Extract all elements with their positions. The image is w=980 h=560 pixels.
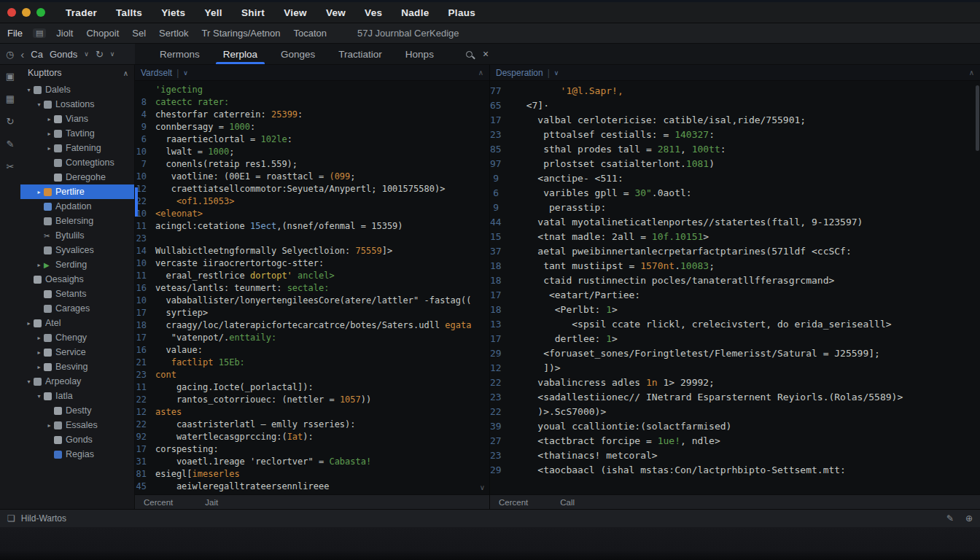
tab-honps[interactable]: Honps — [394, 44, 446, 64]
code-line[interactable]: 11 eraal_restlrice dortopt' anclel> — [135, 270, 489, 282]
toolbar-item-tocaton[interactable]: Tocaton — [293, 28, 327, 39]
tree-item-deregohe[interactable]: Deregohe — [20, 170, 134, 184]
tree-collapse-arrow-icon[interactable]: ▸ — [45, 131, 53, 137]
menu-item-vew[interactable]: Vew — [326, 7, 346, 18]
sync-icon[interactable]: ↻ — [7, 116, 15, 127]
menu-item-tallts[interactable]: Tallts — [116, 7, 142, 18]
toolbar-item-sertlok[interactable]: Sertlok — [159, 28, 188, 39]
code-line[interactable]: 23 — [135, 233, 489, 245]
tree-item-vians[interactable]: ▸Vians — [20, 112, 134, 126]
tree-collapse-arrow-icon[interactable]: ▸ — [45, 422, 53, 429]
menu-item-plaus[interactable]: Plaus — [448, 7, 476, 18]
scissors-icon[interactable]: ✂ — [7, 161, 15, 172]
tree-collapse-arrow-icon[interactable]: ▸ — [25, 320, 33, 327]
code-editor-left[interactable]: ∨ 'igecting8catectc rater:4chestorfar ca… — [135, 81, 489, 494]
tree-expand-arrow-icon[interactable]: ▾ — [25, 378, 33, 385]
tree-item-atel[interactable]: ▸Atel — [20, 316, 134, 330]
edit-pencil-icon[interactable]: ✎ — [946, 513, 954, 524]
code-line[interactable]: 17 syrtiep> — [135, 307, 489, 319]
menu-item-nadle[interactable]: Nadle — [401, 7, 429, 18]
tree-item-fatening[interactable]: ▸Fatening — [20, 141, 134, 155]
code-line[interactable]: 10 vaotline: (00E1 = roasttacl = (099; — [135, 171, 489, 183]
menu-item-view[interactable]: View — [284, 7, 307, 18]
tree-item-pertlire[interactable]: ▸Pertlire — [20, 184, 134, 199]
search-icon[interactable] — [466, 51, 472, 58]
scroll-down-icon[interactable]: ∨ — [480, 483, 485, 491]
close-window-button[interactable] — [7, 8, 16, 17]
code-line[interactable]: 92 watertlecasgprccing:(Iat): — [135, 431, 489, 443]
chevron-down-icon[interactable]: ∨ — [110, 50, 115, 58]
history-icon[interactable]: ◷ — [6, 49, 14, 60]
tree-item-syvalices[interactable]: Syvalices — [20, 243, 134, 257]
tree-item-chengy[interactable]: ▸Chengy — [20, 330, 134, 345]
code-line[interactable]: 23 pttoalsef cestialls: = 140327: — [490, 128, 980, 142]
tree-item-arpeolay[interactable]: ▾Arpeolay — [20, 374, 134, 389]
code-line[interactable]: 23 <sadallestiionec// INetrard Esparster… — [490, 390, 980, 405]
code-line[interactable]: 12 ])> — [490, 361, 980, 376]
tree-expand-arrow-icon[interactable]: ▾ — [25, 87, 33, 93]
tree-collapse-arrow-icon[interactable]: ▸ — [35, 262, 43, 268]
tree-collapse-arrow-icon[interactable]: ▸ — [35, 364, 43, 370]
code-line[interactable]: 97 prlostset csatialterlont.1081) — [490, 157, 980, 171]
code-line[interactable]: 29 <foruaset_sones/Foringtletest/Flemeri… — [490, 346, 980, 361]
code-line[interactable]: 10<eleonat> — [135, 208, 489, 220]
code-line[interactable]: 11acingcl:cetatione 15ect,(nsnef/ofenmal… — [135, 220, 489, 233]
code-line[interactable]: 16 valaue: — [135, 344, 489, 357]
chevron-down-icon[interactable]: ∨ — [554, 69, 559, 77]
tree-item-losations[interactable]: ▾Losations — [20, 97, 134, 112]
tree-item-serding[interactable]: ▸▶Serding — [20, 257, 134, 272]
code-line[interactable]: 15 <tnat madle: 2all = 10f.10151> — [490, 230, 980, 244]
code-line[interactable]: 27 <tactbract forcipe = 1ue!, ndle> — [490, 434, 980, 448]
code-line[interactable]: 17 <eatart/Partiee: — [490, 288, 980, 303]
code-line[interactable]: 14Wullabictleetngformally Selyectloion: … — [135, 245, 489, 257]
tree-item-destty[interactable]: Destty — [20, 403, 134, 418]
pane-collapse-icon[interactable]: ∧ — [969, 69, 974, 77]
code-line[interactable]: 9connbersagy = 1000: — [135, 121, 489, 133]
list-icon[interactable]: ▤ — [33, 28, 46, 38]
code-line[interactable]: 6 raaertieclortal = 102le: — [135, 133, 489, 146]
code-line[interactable]: 11 gacing.Iocte(_porlactal]): — [135, 381, 489, 394]
code-line[interactable]: 22 )>.ScS7000)> — [490, 405, 980, 419]
code-line[interactable]: 29 <taocbaacl (ishal mstas:Con/lactprhbi… — [490, 463, 980, 478]
code-line[interactable]: 31 voaetl.1reage 'reclortver" = Cabasta! — [135, 456, 489, 468]
scrollbar-thumb[interactable] — [976, 85, 979, 151]
code-line[interactable]: 22 caastristerlatl – emlly rsseries): — [135, 419, 489, 431]
code-line[interactable]: 4chestorfar caterrein: 25399: — [135, 109, 489, 121]
code-line[interactable]: 65 <7]· — [490, 98, 980, 113]
breadcrumb-gonds[interactable]: Gonds — [50, 49, 77, 60]
pane-collapse-icon[interactable]: ∧ — [478, 69, 483, 77]
code-line[interactable]: 44 vatal myotalineticatlenportes//stater… — [490, 215, 980, 230]
code-line[interactable]: 10 lwalt = 1000; — [135, 146, 489, 158]
code-line[interactable]: 23cont — [135, 369, 489, 381]
panel-icon[interactable]: ▣ — [6, 71, 15, 82]
menu-item-ves[interactable]: Ves — [365, 7, 382, 18]
code-line[interactable]: 18 ctaid rustinnectin pocles/tanateratll… — [490, 273, 980, 288]
code-line[interactable]: 17 dertlee: 1> — [490, 332, 980, 346]
code-line[interactable]: 13 <spsil ccate rlickl, crelecivstert, d… — [490, 317, 980, 332]
tree-item-gonds[interactable]: Gonds — [20, 432, 134, 447]
tree-item-contegtions[interactable]: Contegtions — [20, 155, 134, 170]
code-line[interactable]: 8catectc rater: — [135, 96, 489, 109]
menu-item-yell[interactable]: Yell — [204, 7, 222, 18]
code-line[interactable]: 7 conenls(retaip res1.559); — [135, 158, 489, 171]
tree-item-service[interactable]: ▸Service — [20, 345, 134, 359]
code-line[interactable]: 81esiegl[imeserles — [135, 468, 489, 481]
edit-pencil-icon[interactable]: ✎ — [7, 139, 15, 149]
code-line[interactable]: 18 <Perlbt: 1> — [490, 303, 980, 317]
tree-item-tavting[interactable]: ▸Tavting — [20, 126, 134, 141]
code-line[interactable]: 10 vababallister/lonyertengileesCore(ate… — [135, 295, 489, 307]
chevron-down-icon[interactable]: ∨ — [183, 69, 188, 77]
tree-item-dalels[interactable]: ▾Dalels — [20, 82, 134, 97]
tree-item-belersing[interactable]: Belersing — [20, 214, 134, 228]
code-line[interactable]: 16veteas/lantls: teunmert: sectale: — [135, 282, 489, 295]
toolbar-item-tr-starings-aetnon[interactable]: Tr Starings/Aetnon — [202, 28, 281, 39]
tab-gonges[interactable]: Gonges — [269, 44, 327, 64]
code-line[interactable]: 22 rantos_cotorriouec: (nettler = 1057)) — [135, 394, 489, 406]
badge-icon[interactable]: ❏ — [7, 513, 15, 524]
tree-collapse-arrow-icon[interactable]: ▸ — [45, 116, 53, 122]
code-line[interactable]: 18 tant mustiipst = 1570nt.10083; — [490, 259, 980, 273]
code-line[interactable]: 12astes — [135, 406, 489, 419]
code-line[interactable]: 22 <of1.15053> — [135, 195, 489, 208]
code-line[interactable]: 18 craagy/loc/laterapicfortecarcatrce/bo… — [135, 319, 489, 332]
tree-item-oesaighs[interactable]: Oesaighs — [20, 272, 134, 287]
